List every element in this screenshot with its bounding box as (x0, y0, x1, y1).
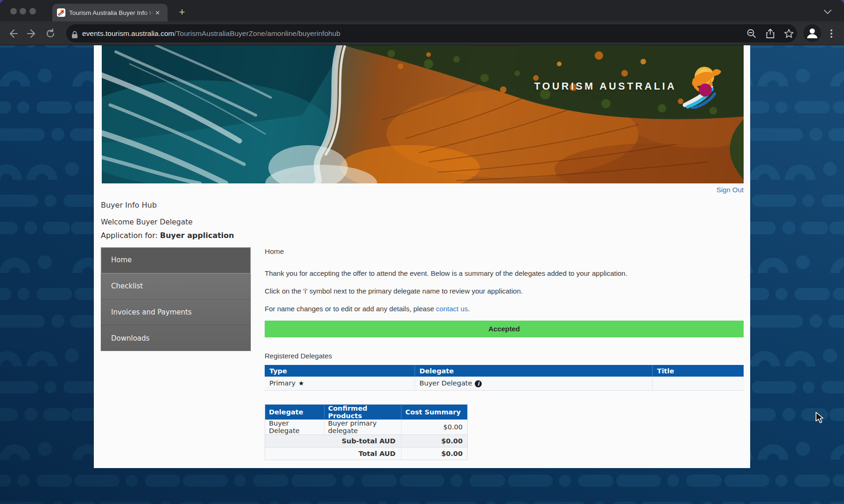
bookmark-star-icon[interactable] (783, 28, 795, 39)
back-button-icon[interactable] (7, 28, 19, 39)
subtotal-row: Sub-total AUD $0.00 (265, 435, 468, 448)
sidebar-item-downloads[interactable]: Downloads (101, 325, 251, 351)
column-header-delegate: Delegate (265, 405, 324, 420)
total-row: Total AUD $0.00 (265, 448, 468, 460)
delegate-title-cell (652, 377, 744, 390)
address-bar[interactable]: events.tourism.australia.com/TourismAust… (66, 24, 797, 42)
page-title: Buyer Info Hub (101, 201, 157, 210)
registered-delegates-heading: Registered Delegates (265, 352, 332, 360)
info-icon[interactable]: i (475, 380, 482, 387)
registered-delegates-table: Type Delegate Title Primary★ Buyer Deleg… (265, 365, 744, 391)
cost-value-cell: $0.00 (401, 420, 468, 435)
tab-close-icon[interactable]: ✕ (155, 9, 160, 16)
chevron-down-icon[interactable] (823, 9, 832, 15)
welcome-text: Welcome Buyer Delegate (101, 218, 193, 226)
zoom-out-icon[interactable] (746, 28, 757, 39)
table-row: Buyer Delegate Buyer primary delegate $0… (265, 420, 468, 435)
application-name: Buyer application (160, 231, 234, 240)
lock-icon[interactable] (71, 31, 78, 39)
cost-summary-table: Delegate Confirmed Products Cost Summary… (265, 404, 468, 460)
traffic-light-minimize-button[interactable] (20, 8, 26, 14)
browser-menu-icon[interactable] (827, 28, 836, 39)
mouse-cursor (815, 412, 826, 424)
reload-button-icon[interactable] (45, 28, 56, 39)
application-for-text: Application for: Buyer application (101, 231, 234, 240)
forward-button-icon[interactable] (26, 28, 37, 39)
brand-wordmark: TOURISM AUSTRALIA (534, 81, 676, 92)
tab-strip: Tourism Australia Buyer Info Hu ✕ + (0, 0, 844, 21)
table-header-row: Delegate Confirmed Products Cost Summary (265, 405, 468, 420)
cost-product-cell: Buyer primary delegate (324, 420, 401, 435)
subtotal-label: Sub-total AUD (265, 435, 401, 448)
share-icon[interactable] (765, 28, 776, 39)
traffic-light-close-button[interactable] (10, 8, 17, 14)
url-path: /TourismAustraliaBuyerZone/amonline/buye… (174, 29, 340, 37)
tab-title: Tourism Australia Buyer Info Hu (69, 9, 154, 16)
cost-delegate-cell: Buyer Delegate (265, 420, 324, 435)
column-header-cost-summary: Cost Summary (401, 405, 468, 420)
primary-star-icon: ★ (298, 379, 304, 387)
browser-tab[interactable]: Tourism Australia Buyer Info Hu ✕ (52, 4, 168, 21)
table-row: Primary★ Buyer Delegatei (265, 377, 744, 390)
sidebar-item-invoices-payments[interactable]: Invoices and Payments (101, 300, 251, 326)
traffic-light-maximize-button[interactable] (29, 8, 36, 14)
column-header-type: Type (265, 365, 415, 377)
browser-window: Tourism Australia Buyer Info Hu ✕ + even… (0, 0, 844, 504)
section-heading-home: Home (265, 247, 284, 256)
new-tab-button[interactable]: + (176, 6, 189, 19)
screen: Tourism Australia Buyer Info Hu ✕ + even… (0, 0, 844, 504)
intro-paragraph: Thank you for accepting the offer to att… (265, 269, 744, 277)
column-header-title: Title (652, 365, 744, 377)
kangaroo-logo-icon (681, 64, 726, 109)
url-domain: events.tourism.australia.com (82, 29, 174, 37)
total-value: $0.00 (401, 448, 468, 460)
sidebar-item-checklist[interactable]: Checklist (101, 273, 251, 300)
sign-out-link[interactable]: Sign Out (717, 186, 744, 194)
contact-us-link[interactable]: contact us (436, 305, 468, 313)
delegate-name-cell: Buyer Delegatei (415, 377, 652, 390)
sidebar-menu: Home Checklist Invoices and Payments Dow… (101, 247, 251, 351)
info-symbol-paragraph: Click on the 'i' symbol next to the prim… (265, 287, 744, 295)
sidebar-item-home[interactable]: Home (101, 247, 251, 273)
url-text: events.tourism.australia.com/TourismAust… (82, 29, 340, 38)
brand-lockup: TOURISM AUSTRALIA (534, 64, 726, 109)
total-label: Total AUD (265, 448, 401, 460)
delegate-type-cell: Primary★ (265, 377, 415, 390)
tourism-australia-favicon-icon (57, 8, 65, 17)
table-header-row: Type Delegate Title (265, 365, 744, 377)
contact-paragraph: For name changes or to edit or add any d… (265, 305, 744, 313)
hero-banner-image: TOURISM AUSTRALIA (102, 45, 744, 183)
profile-avatar[interactable] (803, 24, 821, 42)
person-icon (803, 24, 821, 42)
page-viewport: TOURISM AUSTRALIA Sign Out Buyer Info Hu… (0, 45, 844, 504)
column-header-delegate: Delegate (415, 365, 652, 377)
column-header-confirmed-products: Confirmed Products (324, 405, 401, 420)
subtotal-value: $0.00 (401, 435, 468, 448)
status-banner-accepted: Accepted (265, 321, 744, 337)
